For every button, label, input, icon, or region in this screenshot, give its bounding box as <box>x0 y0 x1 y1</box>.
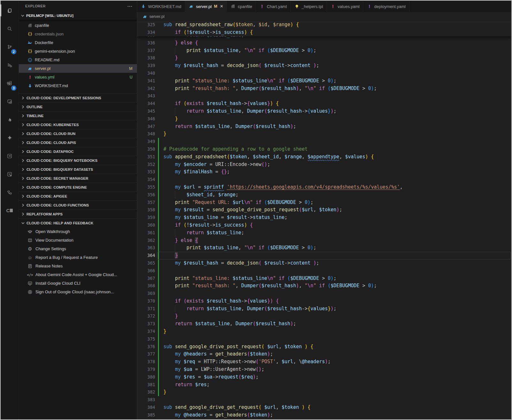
code-line-385[interactable]: 385 my @headers = get_headers($token); <box>137 411 511 419</box>
section-cloud-code-bigquery-datasets[interactable]: CLOUD CODE: BIGQUERY DATASETS <box>19 165 137 174</box>
code-line-359[interactable]: 359 my $status_line = $result->status_li… <box>137 214 511 221</box>
section-cloud-code-dataproc[interactable]: CLOUD CODE: DATAPROC <box>19 147 137 156</box>
help-item[interactable]: </>About Gemini Code Assist + Google Clo… <box>19 270 137 279</box>
section-cloud-code-bigquery-notebooks[interactable]: CLOUD CODE: BIGQUERY NOTEBOOKS <box>19 156 137 165</box>
code-line-374[interactable]: 374} <box>137 328 511 335</box>
section-cloud-code-apigee[interactable]: CLOUD CODE: APIGEE <box>19 191 137 200</box>
code-line-356[interactable]: 356 $sheet_id, $range; <box>137 191 511 199</box>
help-item[interactable]: Open Walkthrough <box>19 227 137 236</box>
code-line-341[interactable]: 341 print "status_line: $status_line\n" … <box>137 77 511 85</box>
section-replatform-apps[interactable]: REPLATFORM APPS <box>19 209 137 218</box>
code-line-346[interactable]: 346 } <box>137 115 511 123</box>
code-line-336[interactable]: 336 } else { <box>137 39 511 47</box>
code-line-339[interactable]: 339 my $result_hash = decode_json( $resu… <box>137 62 511 70</box>
help-item[interactable]: Release Notes <box>19 262 137 270</box>
code-line-365[interactable]: 365 my $result_hash = decode_json( $resu… <box>137 259 511 267</box>
section-help-and-feedback[interactable]: CLOUD CODE: HELP AND FEEDBACK <box>19 218 137 227</box>
section-cloud-code-cloud-run[interactable]: CLOUD CODE: CLOUD RUN <box>19 129 137 138</box>
code-line-371[interactable]: 371 return $status_line, Dumper($result_… <box>137 305 511 313</box>
activity-explorer-icon[interactable] <box>1 1 19 19</box>
help-item[interactable]: Sign Out of Google Cloud (isaac.johnson.… <box>19 288 137 296</box>
code-line-352[interactable]: 352 my $encoder = URI::Encode->new(); <box>137 161 511 169</box>
section-outline[interactable]: OUTLINE <box>19 102 137 111</box>
file-item-gemini-extension.json[interactable]: {}gemini-extension.json <box>19 47 137 56</box>
file-item-Dockerfile[interactable]: Dockerfile <box>19 38 137 47</box>
workspace-root-row[interactable]: PERLMCP [WSL: UBUNTU] <box>19 11 137 20</box>
code-line-342[interactable]: 342 print "result_hash: ", Dumper($resul… <box>137 85 511 93</box>
tab-deployment.yaml[interactable]: !deployment.yaml <box>363 1 409 12</box>
file-item-README.md[interactable]: README.md <box>19 56 137 64</box>
code-line-379[interactable]: 379 my $ua = LWP::UserAgent->new(); <box>137 366 511 373</box>
code-line-372[interactable]: 372 } <box>137 312 511 320</box>
help-item[interactable]: ☺Report a Bug / Request a Feature <box>19 253 137 262</box>
tab-Chart.yaml[interactable]: !Chart.yaml <box>256 1 291 12</box>
code-line-357[interactable]: 357 print "Request URL: $url\n" if ($DEB… <box>137 199 511 206</box>
code-line-345[interactable]: 345 return $status_line, Dumper($result_… <box>137 108 511 115</box>
activity-search-icon[interactable] <box>1 19 19 38</box>
activity-remote-explorer-icon[interactable] <box>1 92 19 110</box>
code-line-340[interactable]: 340 <box>137 70 511 77</box>
code-editor[interactable]: 335 return $status_line;336 } else {337 … <box>137 21 511 419</box>
code-line-384[interactable]: 384sub send_google_drive_get_request( $u… <box>137 404 511 411</box>
code-line-350[interactable]: 350# Pseudocode for appending a row to a… <box>137 146 511 153</box>
code-line-363[interactable]: 363 print $status_line, "\n" if ($DEBUGM… <box>137 244 511 252</box>
activity-ci-icon[interactable]: C <box>1 201 19 220</box>
code-line-380[interactable]: 380 my $res = $ua->request($req); <box>137 373 511 381</box>
code-line-376[interactable]: 376sub send_google_drive_post_request( $… <box>137 343 511 351</box>
code-line-362[interactable]: 362 } else { <box>137 237 511 244</box>
code-line-364[interactable]: 364 } <box>137 252 511 259</box>
code-line-378[interactable]: 378 my $req = HTTP::Request->new('POST',… <box>137 358 511 366</box>
tab-values.yaml[interactable]: !values.yaml <box>327 1 364 12</box>
file-item-values.yml[interactable]: !values.ymlU <box>19 73 137 81</box>
code-line-351[interactable]: 351sub append_spreadsheet($token, $sheet… <box>137 153 511 161</box>
code-line-337[interactable]: 337 print $status_line, "\n" if ($DEBUGM… <box>137 47 511 55</box>
file-item-WORKSHEET.md[interactable]: WORKSHEET.md <box>19 81 137 90</box>
section-cloud-code-secret-manager[interactable]: CLOUD CODE: SECRET MANAGER <box>19 174 137 183</box>
code-line-360[interactable]: 360 if (!$result->is_success) { <box>137 221 511 229</box>
activity-firebase-icon[interactable] <box>1 110 19 129</box>
code-line-383[interactable]: 383 <box>137 396 511 404</box>
section-cloud-code-compute-engine[interactable]: CLOUD CODE: COMPUTE ENGINE <box>19 183 137 191</box>
tab-cpanfile[interactable]: cpanfile <box>227 1 256 12</box>
activity-extensions-icon[interactable]: 3 <box>1 74 19 92</box>
activity-gemini-icon[interactable] <box>1 129 19 147</box>
tab-server.pl[interactable]: server.plM× <box>185 1 227 12</box>
code-line-361[interactable]: 361 return $status_line; <box>137 229 511 237</box>
tab-WORKSHEET.md[interactable]: WORKSHEET.md <box>137 1 185 12</box>
section-cloud-code-development-sessions[interactable]: CLOUD CODE: DEVELOPMENT SESSIONS <box>19 93 137 102</box>
activity-source-control-icon[interactable]: 2 <box>1 38 19 56</box>
activity-run-debug-icon[interactable] <box>1 56 19 74</box>
close-icon[interactable]: × <box>220 4 223 9</box>
activity-infra-nodes-icon[interactable] <box>1 183 19 201</box>
code-line-344[interactable]: 344 if (exists $result_hash->{values}) { <box>137 100 511 108</box>
code-line-377[interactable]: 377 my @headers = get_headers($token); <box>137 350 511 358</box>
activity-terraform-cloud-icon[interactable] <box>1 165 19 183</box>
help-item[interactable]: View Documentation <box>19 236 137 244</box>
breadcrumb[interactable]: server.pl <box>137 12 511 21</box>
file-item-credentials.json[interactable]: {}credentials.json <box>19 30 137 38</box>
code-line-375[interactable]: 375 <box>137 335 511 343</box>
code-line-370[interactable]: 370 if (exists $result_hash->{values}) { <box>137 297 511 305</box>
file-item-cpanfile[interactable]: cpanfile <box>19 21 137 30</box>
section-timeline[interactable]: TIMELINE <box>19 111 137 120</box>
code-line-373[interactable]: 373 return $status_line, Dumper($result_… <box>137 320 511 328</box>
code-line-353[interactable]: 353 my $finalHash = {}; <box>137 168 511 176</box>
code-line-382[interactable]: 382} <box>137 388 511 396</box>
code-line-358[interactable]: 358 my $result = send_google_drive_post_… <box>137 206 511 214</box>
tab-_helpers.tpl[interactable]: _helpers.tpl <box>291 1 327 12</box>
code-line-355[interactable]: 355 my $url = sprintf 'https://sheets.go… <box>137 184 511 191</box>
file-item-server.pl[interactable]: server.plM <box>19 64 137 73</box>
code-line-368[interactable]: 368 print "result_hash: ", Dumper($resul… <box>137 282 511 290</box>
code-line-367[interactable]: 367 print "status_line: $status_line\n" … <box>137 275 511 282</box>
help-item[interactable]: ⚙Change Settings <box>19 244 137 253</box>
code-line-349[interactable]: 349 <box>137 138 511 146</box>
help-item[interactable]: Install Google Cloud CLI <box>19 279 137 288</box>
code-line-381[interactable]: 381 return $res; <box>137 381 511 389</box>
activity-terraform-icon[interactable] <box>1 147 19 165</box>
code-line-366[interactable]: 366 <box>137 267 511 275</box>
section-cloud-code-kubernetes[interactable]: CLOUD CODE: KUBERNETES <box>19 120 137 129</box>
code-line-343[interactable]: 343 <box>137 92 511 100</box>
code-line-347[interactable]: 347 return $status_line, Dumper($result_… <box>137 123 511 131</box>
code-line-369[interactable]: 369 <box>137 290 511 297</box>
code-line-348[interactable]: 348} <box>137 130 511 138</box>
